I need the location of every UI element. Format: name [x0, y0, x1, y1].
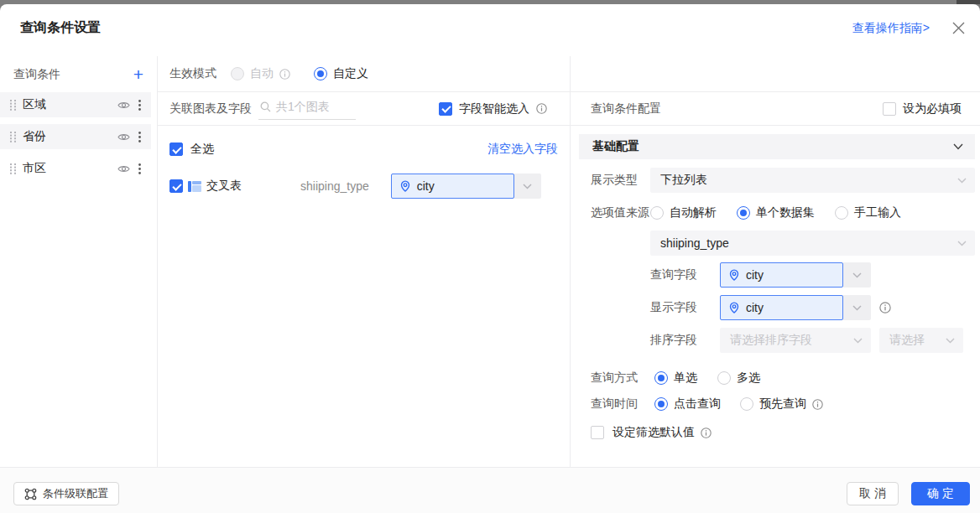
- radio-single-dataset[interactable]: 单个数据集: [737, 205, 815, 220]
- dialog-footer: 条件级联配置 取 消 确 定: [0, 467, 980, 513]
- add-condition-button[interactable]: +: [133, 65, 143, 83]
- more-menu-icon[interactable]: [138, 100, 141, 111]
- value-source-label: 选项值来源: [591, 205, 650, 220]
- radio-query-on-click[interactable]: 点击查询: [654, 396, 721, 412]
- query-field-select[interactable]: city: [720, 262, 871, 288]
- bound-field-select[interactable]: city: [391, 174, 541, 199]
- conditions-sidebar: 查询条件 + 区域 省份: [0, 56, 158, 467]
- radio-query-prefetch[interactable]: 预先查询: [740, 396, 823, 412]
- required-toggle[interactable]: 设为必填项: [883, 101, 962, 117]
- display-field-label: 显示字段: [650, 300, 720, 315]
- smart-select-checkbox[interactable]: [439, 102, 452, 116]
- required-checkbox[interactable]: [883, 102, 896, 116]
- info-icon: [879, 302, 891, 314]
- config-title: 查询条件配置: [591, 101, 661, 117]
- info-icon: [812, 399, 823, 410]
- smart-select-toggle[interactable]: 字段智能选入: [439, 101, 547, 117]
- sidebar-item-city[interactable]: 市区: [0, 156, 151, 181]
- location-pin-icon: [728, 302, 740, 314]
- drag-handle-icon[interactable]: [10, 163, 16, 174]
- display-field-select[interactable]: city: [720, 295, 871, 320]
- radio-auto-control[interactable]: [231, 67, 244, 80]
- eye-icon[interactable]: [117, 101, 130, 110]
- source-field-name: shiiping_type: [300, 179, 369, 193]
- crosstab-chart-icon: [188, 181, 201, 192]
- page-title: 查询条件设置: [20, 19, 101, 37]
- display-type-label: 展示类型: [591, 173, 650, 188]
- radio-custom[interactable]: 自定义: [314, 66, 368, 81]
- radio-single-choice[interactable]: 单选: [654, 370, 697, 386]
- query-condition-dialog: 查询条件设置 查看操作指南> 查询条件 + 区域: [0, 4, 980, 513]
- chevron-down-icon[interactable]: [514, 174, 541, 199]
- sidebar-title: 查询条件: [13, 67, 60, 82]
- select-all-label: 全选: [190, 142, 214, 157]
- chart-binding-panel: 生效模式 自动 自定义 关联图表及字段 共1个图表: [158, 56, 571, 467]
- info-icon: [701, 428, 712, 438]
- drag-handle-icon[interactable]: [10, 100, 16, 111]
- sidebar-item-province[interactable]: 省份: [0, 124, 151, 149]
- location-pin-icon: [728, 269, 740, 282]
- info-icon: [279, 69, 290, 80]
- cancel-button[interactable]: 取 消: [847, 482, 899, 505]
- sidebar-item-region[interactable]: 区域: [0, 92, 151, 117]
- query-mode-label: 查询方式: [591, 370, 654, 386]
- eye-icon[interactable]: [117, 132, 130, 142]
- sidebar-item-label: 省份: [23, 129, 46, 144]
- bound-field-value[interactable]: city: [391, 174, 514, 199]
- close-icon[interactable]: [948, 18, 968, 39]
- chevron-down-icon[interactable]: [843, 295, 871, 320]
- dialog-header: 查询条件设置 查看操作指南>: [0, 4, 980, 52]
- select-all-checkbox[interactable]: [169, 142, 183, 156]
- chart-row-checkbox[interactable]: [169, 179, 183, 193]
- search-placeholder: 共1个图表: [276, 100, 330, 115]
- display-type-select[interactable]: 下拉列表: [650, 168, 975, 193]
- basic-config-section-header[interactable]: 基础配置: [579, 134, 975, 159]
- location-pin-icon: [399, 180, 411, 193]
- chevron-down-icon: [946, 338, 955, 344]
- default-value-toggle[interactable]: 设定筛选默认值: [591, 425, 712, 440]
- search-icon: [260, 101, 271, 112]
- sort-field-select[interactable]: 请选择排序字段: [720, 328, 871, 353]
- eye-icon[interactable]: [117, 164, 130, 174]
- sort-field-label: 排序字段: [650, 333, 720, 348]
- radio-auto-parse[interactable]: 自动解析: [650, 205, 717, 220]
- radio-manual-input[interactable]: 手工输入: [835, 205, 901, 220]
- query-field-label: 查询字段: [650, 267, 720, 282]
- chevron-down-icon[interactable]: [953, 143, 963, 150]
- more-menu-icon[interactable]: [138, 132, 141, 142]
- drag-handle-icon[interactable]: [10, 132, 16, 142]
- guide-link[interactable]: 查看操作指南>: [852, 21, 930, 36]
- condition-config-panel: 查询条件配置 设为必填项 基础配置 展示类型 下拉列表 选项值来源: [571, 56, 980, 467]
- query-time-label: 查询时间: [591, 396, 654, 412]
- chevron-down-icon: [957, 241, 967, 246]
- chevron-down-icon[interactable]: [843, 262, 871, 288]
- chevron-down-icon: [853, 338, 863, 344]
- confirm-button[interactable]: 确 定: [911, 482, 970, 505]
- sidebar-item-label: 市区: [23, 161, 46, 176]
- chart-search-input[interactable]: 共1个图表: [258, 98, 356, 120]
- radio-custom-control[interactable]: [314, 67, 327, 80]
- dataset-select[interactable]: shiiping_type: [650, 231, 975, 256]
- cascade-config-button[interactable]: 条件级联配置: [13, 482, 119, 505]
- default-value-checkbox[interactable]: [591, 426, 604, 439]
- cascade-icon: [24, 488, 37, 500]
- more-menu-icon[interactable]: [138, 163, 141, 174]
- radio-multi-choice[interactable]: 多选: [717, 370, 760, 386]
- info-icon: [536, 103, 547, 114]
- chart-name: 交叉表: [206, 179, 242, 194]
- radio-auto[interactable]: 自动: [231, 66, 290, 81]
- clear-fields-link[interactable]: 清空选入字段: [487, 142, 558, 157]
- sort-order-select[interactable]: 请选择: [879, 328, 963, 353]
- effect-mode-label: 生效模式: [169, 66, 216, 81]
- chevron-down-icon: [957, 178, 967, 184]
- sidebar-item-label: 区域: [23, 97, 46, 112]
- chart-fields-label: 关联图表及字段: [169, 101, 252, 117]
